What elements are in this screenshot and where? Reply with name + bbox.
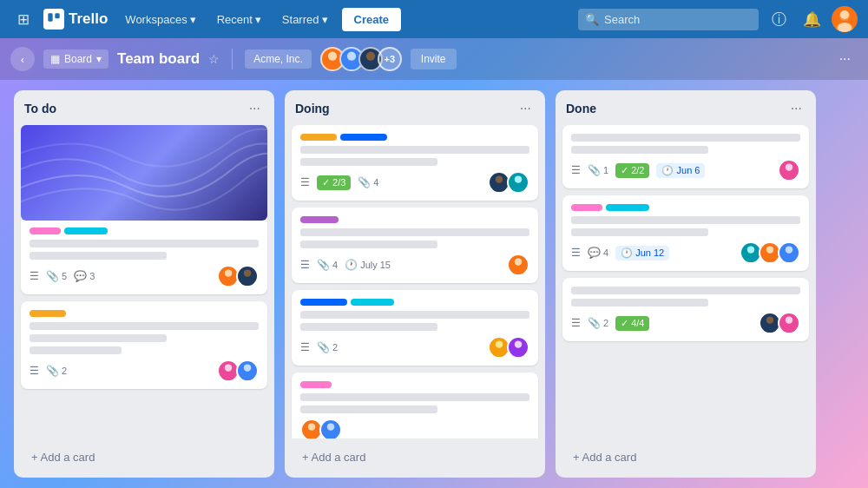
back-button[interactable]: ‹ [10,47,35,71]
svg-point-33 [327,423,334,430]
svg-point-19 [244,364,251,371]
list-header-doing: Doing ··· [285,90,545,125]
menu-icon: ☰ [300,341,310,353]
board-more-button[interactable]: ··· [832,48,858,70]
list-cards-todo: ☰ 📎 5 💬 3 [14,125,274,439]
board-type-badge[interactable]: ▦ Board ▾ [43,49,108,69]
card-doing-1[interactable]: ☰ ✓ 2/3 📎 4 [292,125,538,201]
card-avatars-1 [217,265,259,287]
svg-point-44 [782,326,795,333]
navbar: ⊞ Trello Workspaces ▾ Recent ▾ Starred ▾… [0,0,868,38]
svg-point-42 [763,326,776,333]
workspace-badge[interactable]: Acme, Inc. [245,49,312,69]
svg-point-14 [240,279,253,286]
svg-point-7 [328,51,337,60]
svg-point-31 [308,423,315,430]
label-teal [64,228,108,234]
list-title-doing: Doing [295,102,330,115]
svg-rect-1 [55,13,59,18]
workspaces-menu[interactable]: Workspaces ▾ [118,10,202,30]
svg-point-40 [782,255,795,262]
checklist-badge: ✓ 2/2 [615,163,649,178]
svg-point-32 [324,432,337,439]
attachment-icon: 📎 [317,341,330,353]
svg-point-11 [366,51,375,60]
svg-point-45 [786,316,792,323]
checklist-badge: ✓ 2/3 [317,175,351,190]
divider [232,49,233,69]
card-avatar [778,159,800,181]
notification-icon[interactable]: 🔔 [799,6,825,32]
menu-icon: ☰ [300,176,310,188]
card-meta-2: ☰ 📎 2 [30,359,259,382]
list-more-done[interactable]: ··· [787,99,806,118]
clock-icon: 🕐 [345,259,358,271]
star-button[interactable]: ☆ [208,52,220,66]
card-done-3[interactable]: ☰ 📎 2 ✓ 4/4 [562,278,809,341]
menu-icon: ☰ [30,365,39,377]
card-doing-2[interactable]: ☰ 📎 4 🕐 July 15 [292,208,538,283]
attachment-icon: 📎 [588,164,601,176]
list-doing: Doing ··· ☰ ✓ 2/3 📎 4 [285,90,545,478]
list-header-done: Done ··· [556,90,816,125]
date-badge: 🕐 Jun 12 [615,246,669,260]
card-avatar [319,419,342,439]
list-todo: To do ··· [14,90,274,478]
add-card-doing[interactable]: + Add a card [292,444,538,471]
board-title: Team board [117,50,200,68]
svg-point-21 [496,175,503,182]
grid-icon[interactable]: ⊞ [10,6,36,32]
svg-point-43 [766,316,773,323]
svg-point-29 [515,340,522,347]
invite-button[interactable]: Invite [411,49,457,69]
svg-point-37 [747,246,754,253]
card-avatar [236,265,259,287]
menu-icon: ☰ [571,317,581,329]
list-more-doing[interactable]: ··· [516,99,535,118]
starred-menu[interactable]: Starred ▾ [275,10,335,30]
menu-icon: ☰ [571,247,581,259]
list-cards-doing: ☰ ✓ 2/3 📎 4 [285,125,545,439]
card-todo-2[interactable]: ☰ 📎 2 [21,301,267,389]
svg-point-10 [363,62,378,69]
svg-point-36 [744,255,757,262]
card-done-2[interactable]: ☰ 💬 4 🕐 Jun 12 [562,195,809,271]
label-pink [300,381,332,388]
trello-logo[interactable]: Trello [43,9,108,30]
date-badge: 🕐 Jun 6 [656,163,705,178]
card-doing-4[interactable] [292,373,538,439]
list-done: Done ··· ☰ 📎 1 ✓ 2/2 🕐 Jun 6 [556,90,816,478]
card-avatar [507,336,529,359]
card-avatars-2 [217,359,259,382]
svg-point-8 [344,62,358,69]
label-yellow [30,310,66,317]
card-done-1[interactable]: ☰ 📎 1 ✓ 2/2 🕐 Jun 6 [562,125,809,188]
member-count-badge[interactable]: +3 [378,47,402,71]
svg-point-25 [515,258,522,265]
member-avatars: +3 [320,47,402,71]
svg-point-23 [515,175,522,182]
comment-icon: 💬 [74,270,87,282]
recent-menu[interactable]: Recent ▾ [210,10,268,30]
board-header: ‹ ▦ Board ▾ Team board ☆ Acme, Inc. [0,38,868,80]
add-card-done[interactable]: + Add a card [562,444,809,471]
label-blue [300,299,347,306]
info-icon[interactable]: ⓘ [766,6,792,32]
list-cards-done: ☰ 📎 1 ✓ 2/2 🕐 Jun 6 [556,125,816,439]
create-button[interactable]: Create [342,8,401,31]
svg-point-28 [511,350,524,357]
user-avatar[interactable] [832,6,858,32]
add-card-todo[interactable]: + Add a card [21,444,267,471]
card-avatar [778,241,800,264]
svg-point-15 [244,269,251,276]
comment-icon: 💬 [588,247,601,259]
list-more-todo[interactable]: ··· [246,99,264,118]
svg-point-35 [786,163,792,170]
label-pink [571,204,602,211]
svg-point-20 [492,185,505,192]
search-input[interactable] [578,9,759,30]
label-blue [340,134,387,141]
svg-rect-0 [48,13,52,21]
card-doing-3[interactable]: ☰ 📎 2 [292,290,538,366]
card-todo-1[interactable]: ☰ 📎 5 💬 3 [21,125,267,294]
